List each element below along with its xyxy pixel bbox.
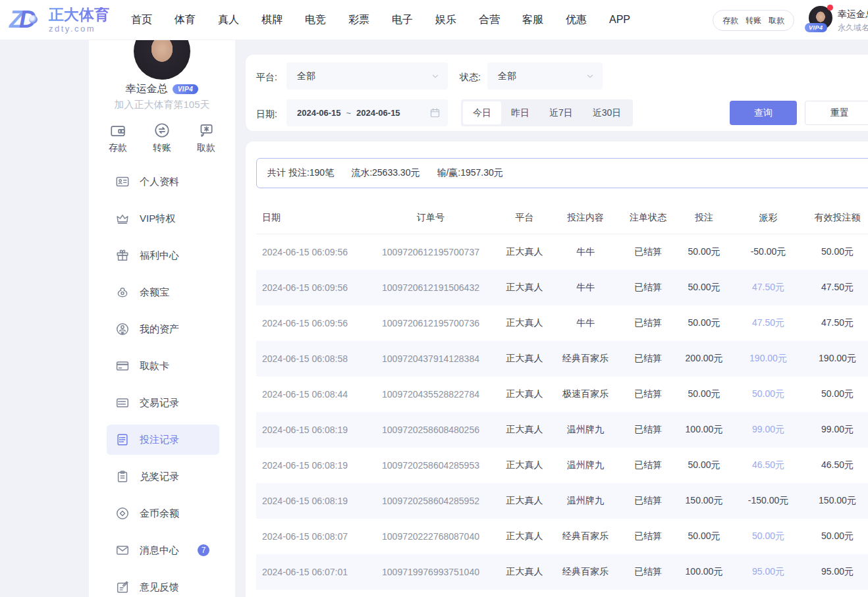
cell-date: 2024-06-15 06:08:19 [256, 496, 365, 506]
quick-range-今日[interactable]: 今日 [463, 101, 501, 124]
sidebar-item-兑奖记录[interactable]: 兑奖记录 [89, 458, 235, 495]
cell-platform: 正大真人 [497, 495, 553, 507]
sidebar-item-VIP特权[interactable]: VIP特权 [89, 200, 235, 237]
sidebar-item-label: 个人资料 [140, 176, 179, 188]
quick-range-近30日[interactable]: 近30日 [583, 101, 632, 124]
nav-item-合营[interactable]: 合营 [479, 13, 500, 27]
sidebar-item-个人资料[interactable]: 个人资料 [89, 163, 235, 200]
sidebar-item-label: 意见反馈 [140, 581, 179, 594]
sidebar-item-交易记录[interactable]: 交易记录 [89, 384, 235, 421]
sidebar-item-金币余额[interactable]: 金币余额 [89, 495, 235, 532]
profile-action-存款[interactable]: 存款 [109, 122, 127, 154]
sidebar-item-label: 兑奖记录 [140, 471, 179, 483]
top-header: ZD 正大体育 zdty.com 首页体育真人棋牌电竞彩票电子娱乐合营客服优惠A… [0, 0, 868, 40]
header-vip-badge: VIP4 [805, 23, 827, 32]
header-username: 幸运金总 [838, 9, 868, 20]
date-range-input[interactable]: 2024-06-15 ~ 2024-06-15 [286, 99, 448, 126]
cell-payout: -150.00元 [730, 495, 806, 507]
nav-item-彩票[interactable]: 彩票 [348, 13, 369, 27]
brand-logo-text: 正大体育 zdty.com [49, 7, 109, 33]
nav-item-优惠[interactable]: 优惠 [566, 13, 587, 27]
cell-order-no: 1009720258604285953 [365, 460, 497, 471]
sidebar-item-福利中心[interactable]: 福利中心 [89, 237, 235, 274]
status-select[interactable]: 全部 [487, 63, 603, 90]
cell-valid-amount: 47.50元 [806, 282, 868, 294]
cell-status: 已结算 [618, 353, 678, 365]
cell-bet-content: 温州牌九 [553, 424, 618, 436]
date-quick-ranges: 今日昨日近7日近30日 [461, 99, 633, 126]
column-header-派彩: 派彩 [730, 212, 806, 224]
header-quick-link-取款[interactable]: 取款 [769, 15, 784, 26]
cell-bet-amount: 50.00元 [678, 388, 730, 400]
brand-logo-mark: ZD [9, 5, 43, 35]
cell-payout: 47.50元 [730, 282, 806, 294]
nav-item-娱乐[interactable]: 娱乐 [435, 13, 456, 27]
cell-payout: 50.00元 [730, 388, 806, 400]
calendar-icon [429, 107, 441, 118]
quick-range-近7日[interactable]: 近7日 [539, 101, 583, 124]
cell-platform: 正大真人 [497, 424, 553, 436]
sidebar-item-投注记录[interactable]: 投注记录 [89, 421, 235, 458]
brand-logo[interactable]: ZD 正大体育 zdty.com [9, 5, 109, 35]
sidebar-item-意见反馈[interactable]: 意见反馈 [89, 569, 235, 597]
search-button[interactable]: 查询 [730, 101, 797, 125]
column-header-有效投注额: 有效投注额 [806, 212, 868, 224]
assets-icon [115, 322, 130, 336]
nav-item-真人[interactable]: 真人 [218, 13, 239, 27]
profile-action-转账[interactable]: 转账 [153, 122, 171, 154]
cell-platform: 正大真人 [497, 353, 553, 365]
sidebar-item-label: 福利中心 [140, 249, 179, 262]
sidebar-item-余额宝[interactable]: 余额宝 [89, 274, 235, 311]
profile-action-label: 转账 [153, 142, 171, 154]
quick-range-昨日[interactable]: 昨日 [501, 101, 539, 124]
cell-status: 已结算 [618, 495, 678, 507]
cell-platform: 正大真人 [497, 531, 553, 542]
nav-item-体育[interactable]: 体育 [175, 13, 196, 27]
cell-status: 已结算 [618, 282, 678, 294]
table-row: 2024-06-15 06:08:191009720258608480256正大… [256, 412, 868, 448]
nav-item-客服[interactable]: 客服 [522, 13, 543, 27]
column-header-订单号: 订单号 [365, 212, 497, 224]
cell-bet-content: 牛牛 [553, 317, 618, 329]
profile-action-取款[interactable]: 取款 [197, 122, 215, 154]
totals-summary-bar: 共计 投注:190笔流水:25633.30元输/赢:1957.30元 [256, 158, 868, 188]
cell-order-no: 1009720612195700737 [365, 247, 497, 257]
sidebar-item-消息中心[interactable]: 消息中心7 [89, 532, 235, 569]
profile-username: 幸运金总 [126, 82, 168, 96]
header-quick-link-转账[interactable]: 转账 [746, 15, 761, 26]
header-quick-link-存款[interactable]: 存款 [722, 15, 738, 26]
sidebar-item-label: 交易记录 [140, 397, 179, 409]
sidebar-item-label: 余额宝 [140, 286, 169, 299]
reset-button[interactable]: 重置 [805, 101, 868, 125]
table-row: 2024-06-15 06:09:561009720612191506432正大… [256, 270, 868, 305]
redeem-icon [115, 469, 130, 484]
sidebar-item-我的资产[interactable]: 我的资产 [89, 311, 235, 348]
filters-card: 平台: 全部 状态: 全部 日期: 2024-06-15 ~ 2024-06-1… [246, 55, 868, 131]
cell-status: 已结算 [618, 566, 678, 578]
profile-action-label: 取款 [197, 142, 215, 154]
nav-item-首页[interactable]: 首页 [131, 13, 152, 27]
cell-bet-content: 极速百家乐 [553, 388, 618, 400]
cell-valid-amount: 150.00元 [806, 495, 868, 507]
table-row: 2024-06-15 06:08:191009720258604285953正大… [256, 448, 868, 483]
nav-item-电竞[interactable]: 电竞 [305, 13, 326, 27]
table-row: 2024-06-15 06:08:581009720437914128384正大… [256, 341, 868, 376]
nav-item-棋牌[interactable]: 棋牌 [261, 13, 283, 27]
cell-bet-amount: 50.00元 [678, 246, 730, 258]
sidebar-item-取款卡[interactable]: 取款卡 [89, 348, 235, 384]
cell-payout: 50.00元 [730, 531, 806, 542]
logo-lens-icon [29, 15, 38, 24]
nav-item-APP[interactable]: APP [609, 14, 630, 26]
platform-filter-label: 平台: [256, 72, 277, 84]
nav-item-电子[interactable]: 电子 [392, 13, 413, 27]
cell-date: 2024-06-15 06:07:01 [256, 567, 365, 577]
cell-date: 2024-06-15 06:08:19 [256, 460, 365, 471]
cell-bet-content: 经典百家乐 [553, 566, 618, 578]
cell-payout: 46.50元 [730, 459, 806, 471]
summary-segment: 输/赢:1957.30元 [437, 167, 502, 179]
crown-icon [115, 211, 130, 226]
platform-select[interactable]: 全部 [286, 63, 448, 90]
header-avatar[interactable]: VIP4 [809, 6, 832, 30]
id-card-icon [115, 174, 130, 189]
sidebar-item-label: 金币余额 [140, 507, 179, 520]
